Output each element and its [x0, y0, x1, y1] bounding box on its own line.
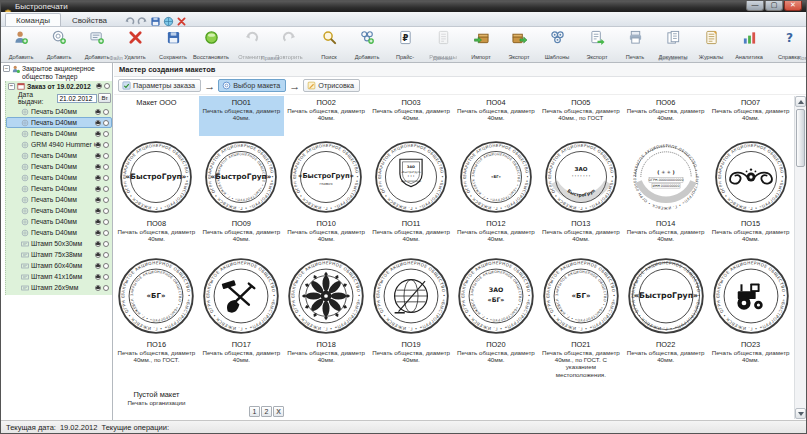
layout-cell-ПО14[interactable]: ПО14Печать общества, диаметр 40мм.: [623, 217, 708, 253]
layout-cell-ПО22[interactable]: ПО22Печать общества, диаметр 40мм.: [623, 338, 708, 388]
stamp-preview-bg-small[interactable]: ЗАКРЫТОЕ АКЦИОНЕРНОЕ ОБЩЕСТВО • «БЫСТРОГ…: [454, 136, 539, 217]
layout-cell-ПО06[interactable]: ПО06Печать общества, диаметр 40мм.: [623, 96, 708, 136]
item-radio-off[interactable]: [103, 208, 109, 214]
wizard-step-3[interactable]: Отрисовка: [303, 79, 360, 92]
order-item-print[interactable]: Печать D40мм: [6, 183, 112, 194]
item-radio-on[interactable]: [95, 186, 101, 192]
tab-svoystva[interactable]: Свойства: [61, 13, 118, 26]
stamp-preview-arc-open[interactable]: ЗАКРЫТОЕ АКЦИОНЕРНОЕ ОБЩЕСТВО • «БЫСТРОГ…: [623, 136, 708, 217]
layout-cell-ПО16[interactable]: ПО16Печать общества, диаметр 40мм., по Г…: [114, 338, 199, 388]
issue-date-input[interactable]: [57, 94, 97, 103]
layout-cell-ПО08[interactable]: ПО08Печать общества, диаметр 40мм.: [114, 217, 199, 253]
layout-cell-ПО23[interactable]: ПО23Печать общества, диаметр 40мм.: [708, 338, 793, 388]
item-radio-off[interactable]: [103, 285, 109, 291]
item-radio-off[interactable]: [103, 197, 109, 203]
stamp-preview-zao-bg[interactable]: ЗАКРЫТОЕ АКЦИОНЕРНОЕ ОБЩЕСТВО • «БЫСТРОГ…: [454, 253, 539, 338]
vertical-scrollbar[interactable]: [794, 96, 806, 419]
scroll-down-button[interactable]: [795, 408, 806, 419]
collapse-icon[interactable]: −: [8, 83, 15, 90]
undo-icon[interactable]: [124, 13, 135, 24]
item-radio-on[interactable]: [95, 208, 101, 214]
pager-close-button[interactable]: X: [273, 406, 284, 417]
layout-cell-ПО04[interactable]: ПО04Печать общества, диаметр 40мм.: [454, 96, 539, 136]
layout-cell-ПО21[interactable]: ПО21Печать общества, диаметр 40мм., по Г…: [538, 338, 623, 388]
item-radio-on[interactable]: [95, 131, 101, 137]
stamp-preview-zao-dots[interactable]: ЗАКРЫТОЕ АКЦИОНЕРНОЕ ОБЩЕСТВО • «БЫСТРОГ…: [538, 136, 623, 217]
layout-cell-ПО03[interactable]: ПО03Печать общества, диаметр 40мм.: [369, 96, 454, 136]
stamp-preview-brand-sub[interactable]: ЗАКРЫТОЕ АКЦИОНЕРНОЕ ОБЩЕСТВО • «БЫСТРОГ…: [284, 136, 369, 217]
item-radio-on[interactable]: [95, 153, 101, 159]
item-radio-on[interactable]: [95, 230, 101, 236]
layout-cell-ПО10[interactable]: ПО10Печать общества, диаметр 40мм.: [284, 217, 369, 253]
item-radio-on[interactable]: [95, 274, 101, 280]
layout-cell-ПО07[interactable]: ПО07Печать общества, диаметр 40мм.: [708, 96, 793, 136]
item-radio-off[interactable]: [103, 131, 109, 137]
tree-root-customer[interactable]: − Закрытое акционерное общество Тандер: [1, 63, 112, 81]
order-radio-off[interactable]: [104, 83, 110, 89]
wizard-step-2[interactable]: Выбор макета: [218, 79, 286, 92]
item-radio-off[interactable]: [103, 219, 109, 225]
stamp-preview-tools[interactable]: ЗАКРЫТОЕ АКЦИОНЕРНОЕ ОБЩЕСТВО • «БЫСТРОГ…: [199, 253, 284, 338]
item-radio-on[interactable]: [95, 263, 101, 269]
item-radio-off[interactable]: [103, 120, 109, 126]
order-item-print[interactable]: Печать D40мм: [6, 128, 112, 139]
order-item-stamp[interactable]: Штамп 50x30мм: [6, 238, 112, 249]
layout-cell-ПО01[interactable]: ПО01Печать общества, диаметр 40мм.: [199, 96, 284, 136]
order-node[interactable]: − Заказ от 19.02.2012: [6, 81, 112, 91]
item-radio-off[interactable]: [103, 109, 109, 115]
layout-cell-ПО15[interactable]: ПО15Печать общества, диаметр 40мм.: [708, 217, 793, 253]
maximize-button[interactable]: ▢: [765, 1, 783, 11]
layout-cell-ПО11[interactable]: ПО11Печать общества, диаметр 40мм.: [369, 217, 454, 253]
layout-cell-Пустой-макет[interactable]: Пустой макетПечать организации: [114, 388, 199, 420]
stamp-preview-bg[interactable]: ЗАКРЫТОЕ АКЦИОНЕРНОЕ ОБЩЕСТВО • «БЫСТРОГ…: [114, 253, 199, 338]
order-item-print[interactable]: Печать D40мм: [6, 117, 112, 128]
order-item-print[interactable]: Печать D40мм: [6, 194, 112, 205]
order-item-print[interactable]: Печать D40мм: [6, 161, 112, 172]
layout-cell-Макет-ООО[interactable]: Макет ООО: [114, 96, 199, 136]
page-button-2[interactable]: 2: [261, 406, 272, 417]
item-radio-off[interactable]: [103, 230, 109, 236]
item-radio-off[interactable]: [103, 175, 109, 181]
item-radio-on[interactable]: [95, 164, 101, 170]
layout-cell-ПО12[interactable]: ПО12Печать общества, диаметр 40мм.: [454, 217, 539, 253]
redo-icon[interactable]: [137, 13, 148, 24]
order-radio-on[interactable]: [96, 83, 102, 89]
stamp-preview-rosette[interactable]: ЗАКРЫТОЕ АКЦИОНЕРНОЕ ОБЩЕСТВО • «БЫСТРОГ…: [284, 253, 369, 338]
order-item-print[interactable]: Печать D40мм: [6, 106, 112, 117]
stamp-preview-flourish[interactable]: ЗАКРЫТОЕ АКЦИОНЕРНОЕ ОБЩЕСТВО • «БЫСТРОГ…: [708, 136, 793, 217]
order-item-print[interactable]: GRM 4940 Hummer C: [6, 139, 112, 150]
layout-cell-ПО18[interactable]: ПО18Печать общества, диаметр 40мм.: [284, 338, 369, 388]
item-radio-on[interactable]: [95, 120, 101, 126]
stamp-preview-shield[interactable]: ЗАКРЫТОЕ АКЦИОНЕРНОЕ ОБЩЕСТВО • «БЫСТРОГ…: [369, 136, 454, 217]
stamp-preview-brand[interactable]: ЗАКРЫТОЕ АКЦИОНЕРНОЕ ОБЩЕСТВО • «БЫСТРОГ…: [114, 136, 199, 217]
day-of-week-button[interactable]: Вт: [98, 93, 111, 103]
layout-cell-ПО13[interactable]: ПО13Печать общества, диаметр 40мм.: [538, 217, 623, 253]
page-button-1[interactable]: 1: [249, 406, 260, 417]
scroll-up-button[interactable]: [795, 96, 806, 107]
item-radio-on[interactable]: [95, 175, 101, 181]
minimize-button[interactable]: —: [746, 1, 764, 11]
order-item-print[interactable]: Печать D40мм: [6, 205, 112, 216]
order-item-print[interactable]: Печать D40мм: [6, 216, 112, 227]
order-item-print[interactable]: Печать D40мм: [6, 150, 112, 161]
item-radio-off[interactable]: [103, 186, 109, 192]
order-item-stamp[interactable]: Штамп 26x9мм: [6, 282, 112, 293]
scroll-thumb[interactable]: [796, 109, 805, 167]
layout-cell-ПО05[interactable]: ПО05Печать общества, диаметр 40мм., по Г…: [538, 96, 623, 136]
item-radio-off[interactable]: [103, 153, 109, 159]
stamp-preview-brand-double[interactable]: ЗАКРЫТОЕ АКЦИОНЕРНОЕ ОБЩЕСТВО • «БЫСТРОГ…: [623, 253, 708, 338]
item-radio-on[interactable]: [95, 142, 101, 148]
save-icon[interactable]: [150, 13, 161, 24]
layout-cell-ПО19[interactable]: ПО19Печать общества, диаметр 40мм.: [369, 338, 454, 388]
item-radio-on[interactable]: [95, 252, 101, 258]
stamp-preview-tractor[interactable]: ЗАКРЫТОЕ АКЦИОНЕРНОЕ ОБЩЕСТВО • «БЫСТРОГ…: [708, 253, 793, 338]
stamp-preview-globe[interactable]: ЗАКРЫТОЕ АКЦИОНЕРНОЕ ОБЩЕСТВО • «БЫСТРОГ…: [369, 253, 454, 338]
item-radio-off[interactable]: [103, 274, 109, 280]
layout-cell-ПО09[interactable]: ПО09Печать общества, диаметр 40мм.: [199, 217, 284, 253]
layout-cell-ПО17[interactable]: ПО17Печать общества, диаметр 40мм.: [199, 338, 284, 388]
item-radio-off[interactable]: [103, 263, 109, 269]
item-radio-on[interactable]: [95, 285, 101, 291]
item-radio-on[interactable]: [95, 241, 101, 247]
stamp-preview-brand-dense[interactable]: ЗАКРЫТОЕ АКЦИОНЕРНОЕ ОБЩЕСТВО • «БЫСТРОГ…: [199, 136, 284, 217]
order-item-print[interactable]: Печать D40мм: [6, 172, 112, 183]
